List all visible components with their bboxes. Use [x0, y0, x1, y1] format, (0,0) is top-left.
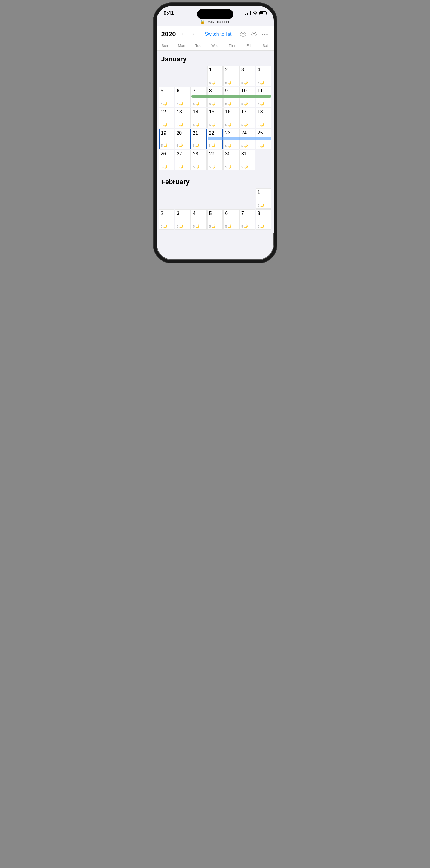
jan-day-30[interactable]: 30 5🌙 — [223, 150, 239, 170]
status-bar: 9:41 — [157, 6, 274, 18]
jan-empty-2 — [175, 66, 191, 86]
feb-day-4[interactable]: 4 5🌙 — [191, 209, 207, 230]
app-content: 2020 ‹ › Switch to list — [157, 27, 274, 233]
jan-day-14[interactable]: 14 5🌙 — [191, 108, 207, 128]
jan-day-13[interactable]: 13 5🌙 — [175, 108, 191, 128]
svg-point-0 — [240, 32, 246, 36]
day-headers: Sun Mon Tue Wed Thu Fri Sat — [157, 41, 274, 51]
february-week-2: 2 5🌙 3 5🌙 4 5🌙 — [159, 209, 271, 230]
jan-day-1[interactable]: 1 5🌙 — [207, 66, 223, 86]
day-header-thu: Thu — [223, 42, 240, 49]
jan-day-22[interactable]: 22 5🌙 — [207, 129, 223, 149]
svg-point-5 — [266, 34, 267, 35]
jan-day-12[interactable]: 12 5🌙 — [159, 108, 174, 128]
january-week-3: 12 5🌙 13 5🌙 14 5🌙 — [159, 108, 271, 128]
calendar-header: 2020 ‹ › Switch to list — [157, 27, 274, 41]
feb-day-1[interactable]: 1 5🌙 — [256, 188, 271, 209]
jan-day-21[interactable]: 21 5🌙 — [191, 129, 207, 149]
phone-frame: 9:41 🔒 escapia.com — [157, 6, 274, 260]
month-january: January 1 5🌙 2 — [157, 51, 274, 173]
jan-empty-end — [256, 150, 271, 170]
feb-empty-4 — [207, 188, 223, 209]
feb-empty-5 — [223, 188, 239, 209]
day-header-sat: Sat — [257, 42, 274, 49]
jan-day-7[interactable]: 7 5🌙 — [191, 87, 207, 107]
feb-day-8[interactable]: 8 5🌙 — [256, 209, 271, 230]
january-week-1-wrapper: 1 5🌙 2 5🌙 3 5🌙 — [159, 66, 271, 86]
settings-icon[interactable] — [250, 30, 258, 38]
jan-day-27[interactable]: 27 5🌙 — [175, 150, 191, 170]
svg-point-3 — [262, 34, 263, 35]
url-bar[interactable]: 🔒 escapia.com — [157, 18, 274, 27]
status-icons — [245, 11, 267, 16]
january-week-2-wrapper: 5 5🌙 6 5🌙 7 5🌙 — [159, 87, 271, 107]
jan-day-28[interactable]: 28 5🌙 — [191, 150, 207, 170]
next-year-button[interactable]: › — [189, 30, 197, 38]
month-february: February 1 5🌙 — [157, 173, 274, 233]
jan-day-31[interactable]: 31 5🌙 — [239, 150, 255, 170]
feb-empty-1 — [159, 188, 174, 209]
feb-day-2[interactable]: 2 5🌙 — [159, 209, 174, 230]
january-week-3-wrapper: 12 5🌙 13 5🌙 14 5🌙 — [159, 108, 271, 128]
feb-day-7[interactable]: 7 5🌙 — [239, 209, 255, 230]
january-week-4-wrapper: 19 5🌙 20 5🌙 21 5🌙 — [159, 129, 271, 149]
jan-day-23[interactable]: 23 5🌙 — [223, 129, 239, 149]
jan-day-16[interactable]: 16 5🌙 — [223, 108, 239, 128]
day-header-fri: Fri — [240, 42, 257, 49]
svg-point-1 — [242, 33, 244, 35]
jan-day-5[interactable]: 5 5🌙 — [159, 87, 174, 107]
jan-day-19[interactable]: 19 5🌙 — [159, 129, 174, 149]
battery-icon — [259, 11, 267, 15]
visibility-icon[interactable] — [239, 30, 247, 38]
jan-day-9[interactable]: 9 5🌙 — [223, 87, 239, 107]
feb-day-6[interactable]: 6 5🌙 — [223, 209, 239, 230]
status-time: 9:41 — [164, 10, 174, 16]
jan-day-2[interactable]: 2 5🌙 — [223, 66, 239, 86]
feb-day-5[interactable]: 5 5🌙 — [207, 209, 223, 230]
day-header-wed: Wed — [207, 42, 224, 49]
signal-bars-icon — [245, 11, 251, 15]
january-week-4: 19 5🌙 20 5🌙 21 5🌙 — [159, 129, 271, 149]
day-header-tue: Tue — [190, 42, 207, 49]
jan-day-26[interactable]: 26 5🌙 — [159, 150, 174, 170]
year-label: 2020 — [161, 30, 176, 38]
prev-year-button[interactable]: ‹ — [178, 30, 187, 38]
feb-empty-2 — [175, 188, 191, 209]
january-week-1: 1 5🌙 2 5🌙 3 5🌙 — [159, 66, 271, 86]
jan-day-29[interactable]: 29 5🌙 — [207, 150, 223, 170]
jan-day-10[interactable]: 10 5🌙 — [239, 87, 255, 107]
switch-to-list-button[interactable]: Switch to list — [200, 32, 236, 37]
jan-empty-1 — [159, 66, 174, 86]
february-week-2-wrapper: 2 5🌙 3 5🌙 4 5🌙 — [159, 209, 271, 230]
january-week-2: 5 5🌙 6 5🌙 7 5🌙 — [159, 87, 271, 107]
jan-day-3[interactable]: 3 5🌙 — [239, 66, 255, 86]
feb-empty-3 — [191, 188, 207, 209]
svg-point-2 — [253, 33, 255, 35]
month-title-february: February — [157, 173, 274, 188]
svg-point-4 — [264, 34, 265, 35]
jan-day-18[interactable]: 18 5🌙 — [256, 108, 271, 128]
feb-empty-6 — [239, 188, 255, 209]
january-week-5-wrapper: 26 5🌙 27 5🌙 28 5🌙 — [159, 150, 271, 170]
january-week-5: 26 5🌙 27 5🌙 28 5🌙 — [159, 150, 271, 170]
more-options-icon[interactable] — [261, 30, 269, 38]
jan-day-17[interactable]: 17 5🌙 — [239, 108, 255, 128]
jan-day-20[interactable]: 20 5🌙 — [175, 129, 191, 149]
jan-day-4[interactable]: 4 5🌙 — [256, 66, 271, 86]
lock-icon: 🔒 — [200, 19, 205, 24]
jan-day-6[interactable]: 6 5🌙 — [175, 87, 191, 107]
february-week-1: 1 5🌙 — [159, 188, 271, 209]
wifi-icon — [253, 11, 258, 16]
january-grid: 1 5🌙 2 5🌙 3 5🌙 — [157, 66, 274, 173]
calendar-body[interactable]: January 1 5🌙 2 — [157, 51, 274, 233]
feb-day-3[interactable]: 3 5🌙 — [175, 209, 191, 230]
february-week-1-wrapper: 1 5🌙 — [159, 188, 271, 209]
jan-day-8[interactable]: 8 5🌙 — [207, 87, 223, 107]
february-grid: 1 5🌙 2 5🌙 3 — [157, 188, 274, 233]
jan-day-25[interactable]: 25 5🌙 — [256, 129, 271, 149]
day-header-sun: Sun — [157, 42, 173, 49]
jan-day-24[interactable]: 24 5🌙 — [239, 129, 255, 149]
jan-day-11[interactable]: 11 5🌙 — [256, 87, 271, 107]
jan-day-15[interactable]: 15 5🌙 — [207, 108, 223, 128]
jan-empty-3 — [191, 66, 207, 86]
